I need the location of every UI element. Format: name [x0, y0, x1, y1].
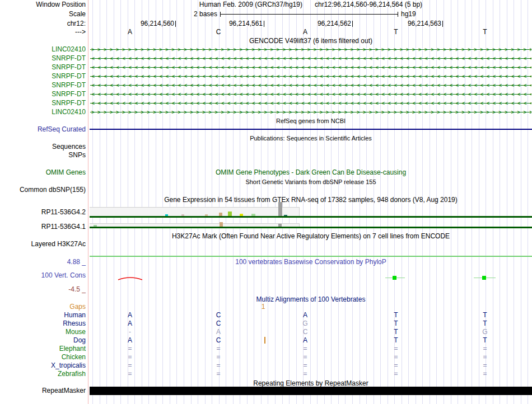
multiz-gap-count: 1 — [260, 303, 267, 311]
gencode-item-label[interactable]: SNRPF-DT — [0, 82, 86, 89]
gencode-transcript[interactable]: <<<<<<<<<<<<<<<<<<<<<<<<<<<<<<<<<<<<<<<<… — [90, 73, 531, 80]
gencode-item-label[interactable]: SNRPF-DT — [0, 64, 86, 71]
gtex-gene-label[interactable]: RP11-536G4.1 — [0, 223, 86, 231]
multiz-species-label[interactable]: Elephant — [0, 345, 86, 353]
coordinate-label: 96,214,563 — [383, 20, 441, 27]
multiz-base: = — [125, 362, 134, 369]
coordinate-tick — [175, 21, 176, 27]
gencode-item-label[interactable]: LINC02410 — [0, 109, 86, 116]
multiz-base: = — [391, 370, 400, 378]
repeatmasker-label[interactable]: RepeatMasker — [0, 387, 86, 394]
refseq-curated-line[interactable] — [90, 129, 532, 130]
genome-browser-image: Window Position Human Feb. 2009 (GRCh37/… — [0, 0, 532, 404]
gtex-expression-bar — [278, 224, 282, 227]
multiz-base: = — [214, 345, 223, 353]
gtex-track-title[interactable]: Gene Expression in 54 tissues from GTEx … — [90, 196, 532, 204]
phylop-positive-square — [482, 276, 486, 280]
multiz-base: = — [214, 362, 223, 369]
multiz-base: A — [125, 337, 134, 344]
gtex-expression-bar — [251, 214, 255, 216]
layered-h3k27ac-label[interactable]: Layered H3K27Ac — [0, 241, 86, 248]
strand-label: ---> — [0, 29, 86, 36]
h3k27ac-track-title[interactable]: H3K27Ac Mark (Often Found Near Active Re… — [90, 233, 532, 240]
gencode-track-title[interactable]: GENCODE V49lift37 (6 items filtered out) — [90, 37, 532, 45]
gencode-item-label[interactable]: SNRPF-DT — [0, 55, 86, 62]
gtex-expression-bar — [220, 222, 223, 227]
coordinate-tick — [264, 21, 264, 27]
publications-track-title[interactable]: Publications: Sequences in Scientific Ar… — [90, 135, 532, 142]
dbsnp-track-title[interactable]: Short Genetic Variants from dbSNP releas… — [90, 178, 532, 186]
multiz-base: A — [125, 320, 134, 327]
coordinate-label: 96,214,562 — [293, 20, 351, 27]
multiz-base: = — [480, 362, 489, 369]
gencode-item-label[interactable]: SNRPF-DT — [0, 100, 86, 107]
gencode-transcript[interactable]: <<<<<<<<<<<<<<<<<<<<<<<<<<<<<<<<<<<<<<<<… — [90, 91, 531, 98]
scale-label: Scale — [0, 11, 86, 18]
multiz-base: C — [214, 320, 223, 327]
multiz-base: C — [214, 312, 223, 319]
gtex-expression-bar — [228, 212, 232, 216]
multiz-species-label[interactable]: X_tropicalis — [0, 362, 86, 369]
multiz-base: = — [480, 345, 489, 353]
gencode-transcript[interactable]: <<<<<<<<<<<<<<<<<<<<<<<<<<<<<<<<<<<<<<<<… — [90, 55, 531, 62]
gtex-expression-bar — [284, 215, 287, 216]
gtex-gene-model-line[interactable] — [90, 227, 532, 228]
scale-genome: hg19 — [401, 11, 416, 18]
multiz-species-label[interactable]: Mouse — [0, 328, 86, 336]
multiz-species-label[interactable]: Chicken — [0, 354, 86, 361]
multiz-species-label[interactable]: Zebrafish — [0, 370, 86, 378]
base-letter: T — [391, 29, 400, 36]
phylop-track-label[interactable]: 100 Vert. Cons — [0, 272, 86, 279]
gtex-expression-bar — [219, 213, 222, 216]
strand-arrows-left: <<<<<<<<<<<<<<<<<<<<<<<<<<<<<<<<<<<<<<<<… — [91, 73, 531, 80]
gencode-item-label[interactable]: SNRPF-DT — [0, 73, 86, 80]
phylop-track-title[interactable]: 100 vertebrates Basewise Conservation by… — [90, 259, 532, 266]
multiz-base: T — [391, 328, 400, 336]
gtex-track-band — [90, 207, 300, 217]
gencode-item-label[interactable]: SNRPF-DT — [0, 91, 86, 98]
multiz-base: T — [391, 320, 400, 327]
multiz-species-label[interactable]: Dog — [0, 337, 86, 344]
multiz-base: = — [301, 370, 310, 378]
snps-label[interactable]: SNPs — [0, 152, 86, 159]
strand-arrows-right: >>>>>>>>>>>>>>>>>>>>>>>>>>>>>>>>>>>>>>>>… — [91, 46, 531, 53]
gencode-item-label[interactable]: LINC02410 — [0, 46, 86, 53]
gtex-gene-label[interactable]: RP11-536G4.2 — [0, 209, 86, 216]
base-letter: T — [480, 29, 489, 36]
multiz-gaps-label[interactable]: Gaps — [0, 303, 86, 311]
multiz-base: T — [480, 320, 489, 327]
strand-arrows-left: <<<<<<<<<<<<<<<<<<<<<<<<<<<<<<<<<<<<<<<<… — [91, 64, 531, 71]
scale-bar — [220, 14, 398, 15]
refseq-track-title[interactable]: RefSeq genes from NCBI — [90, 118, 532, 125]
multiz-track-title[interactable]: Multiz Alignments of 100 Vertebrates — [90, 296, 532, 303]
multiz-base: = — [391, 362, 400, 369]
multiz-base: = — [301, 362, 310, 369]
sequences-label[interactable]: Sequences — [0, 143, 86, 151]
gencode-transcript[interactable]: <<<<<<<<<<<<<<<<<<<<<<<<<<<<<<<<<<<<<<<<… — [90, 64, 531, 71]
multiz-base: T — [480, 337, 489, 344]
phylop-max-label: 4.88 _ — [0, 259, 86, 266]
phylop-positive-square — [393, 276, 396, 280]
repeatmasker-element-bar[interactable] — [90, 387, 532, 395]
multiz-base: = — [214, 354, 223, 361]
multiz-base: A — [301, 337, 310, 344]
base-letter: C — [214, 29, 223, 36]
multiz-base: = — [391, 345, 400, 353]
multiz-base: T — [391, 312, 400, 319]
gencode-transcript[interactable]: >>>>>>>>>>>>>>>>>>>>>>>>>>>>>>>>>>>>>>>>… — [90, 109, 531, 116]
gencode-transcript[interactable]: <<<<<<<<<<<<<<<<<<<<<<<<<<<<<<<<<<<<<<<<… — [90, 100, 531, 107]
refseq-curated-label[interactable]: RefSeq Curated — [0, 126, 86, 133]
omim-genes-label[interactable]: OMIM Genes — [0, 169, 86, 176]
multiz-base: C — [214, 337, 223, 344]
multiz-species-label[interactable]: Rhesus — [0, 320, 86, 327]
omim-track-title[interactable]: OMIM Gene Phenotypes - Dark Green Can Be… — [90, 169, 532, 176]
common-dbsnp-label[interactable]: Common dbSNP(155) — [0, 186, 86, 194]
assembly-title: Human Feb. 2009 (GRCh37/hg19) — [199, 1, 302, 8]
multiz-species-label[interactable]: Human — [0, 312, 86, 319]
window-position-label: Window Position — [0, 1, 86, 8]
phylop-min-label: -4.5 _ — [0, 286, 86, 293]
scale-value: 2 bases — [140, 11, 217, 18]
gencode-transcript[interactable]: <<<<<<<<<<<<<<<<<<<<<<<<<<<<<<<<<<<<<<<<… — [90, 82, 531, 89]
gtex-gene-model-line[interactable] — [90, 216, 532, 218]
gencode-transcript[interactable]: >>>>>>>>>>>>>>>>>>>>>>>>>>>>>>>>>>>>>>>>… — [90, 46, 531, 53]
